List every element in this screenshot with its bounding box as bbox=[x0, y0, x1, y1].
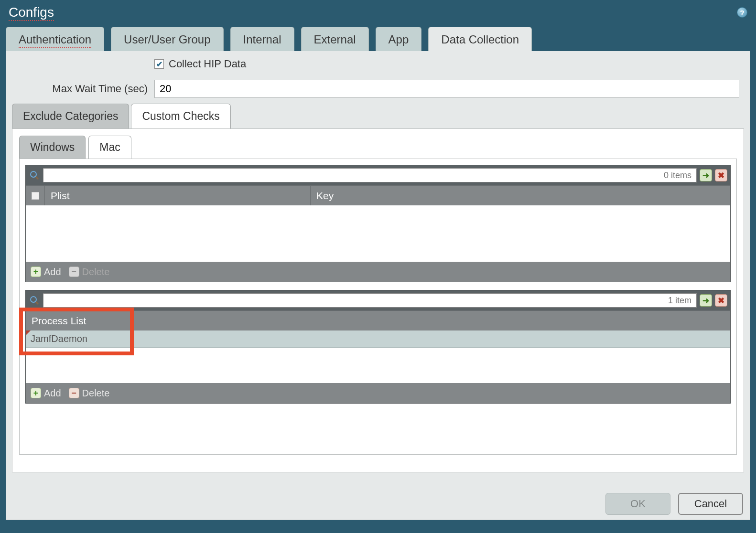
export-icon[interactable]: ➜ bbox=[700, 294, 712, 307]
grid2-add-button[interactable]: + Add bbox=[31, 388, 61, 399]
search-icon[interactable] bbox=[29, 295, 40, 306]
minus-icon: − bbox=[69, 266, 79, 277]
grid2-body: JamfDaemon bbox=[26, 330, 730, 383]
svg-line-3 bbox=[36, 302, 38, 304]
svg-point-0 bbox=[31, 171, 36, 177]
grid1-delete-button: − Delete bbox=[69, 266, 110, 277]
process-name: JamfDaemon bbox=[31, 333, 87, 344]
max-wait-label: Max Wait Time (sec) bbox=[12, 83, 154, 95]
max-wait-input[interactable] bbox=[154, 80, 739, 98]
grid1-toolbar: ➜ ✖ bbox=[26, 165, 730, 185]
dialog-buttons: OK Cancel bbox=[605, 493, 743, 515]
help-icon[interactable]: ? bbox=[737, 7, 747, 18]
grid1-search-input[interactable] bbox=[43, 168, 697, 182]
clear-icon[interactable]: ✖ bbox=[715, 294, 727, 307]
grid1-body bbox=[26, 205, 730, 262]
plus-icon: + bbox=[31, 388, 41, 398]
ok-button[interactable]: OK bbox=[605, 493, 670, 515]
edit-indicator-icon bbox=[26, 330, 31, 335]
page-title: Configs bbox=[9, 5, 54, 20]
grid1-add-button[interactable]: + Add bbox=[31, 266, 61, 277]
plus-icon: + bbox=[31, 266, 41, 277]
titlebar: Configs ? bbox=[0, 0, 756, 27]
checkbox-icon: ✔ bbox=[154, 59, 164, 69]
data-collection-panel: ✔ Collect HIP Data Max Wait Time (sec) E… bbox=[6, 51, 750, 520]
clear-icon[interactable]: ✖ bbox=[715, 169, 727, 181]
cancel-button[interactable]: Cancel bbox=[678, 493, 743, 515]
table-row[interactable]: JamfDaemon bbox=[26, 330, 730, 348]
grid2-header: Process List bbox=[26, 310, 730, 330]
grid2-search-input[interactable] bbox=[43, 293, 697, 308]
grid2-toolbar: ➜ ✖ bbox=[26, 290, 730, 310]
grid2-footer: + Add − Delete bbox=[26, 383, 730, 403]
grid1-col-key[interactable]: Key bbox=[311, 186, 730, 205]
ostabs: Windows Mac bbox=[19, 136, 737, 159]
grid2-delete-button[interactable]: − Delete bbox=[69, 388, 110, 399]
svg-point-2 bbox=[31, 297, 36, 302]
minus-icon: − bbox=[69, 388, 79, 398]
tab-authentication[interactable]: Authentication bbox=[6, 27, 104, 51]
custom-checks-panel: Windows Mac ➜ ✖ Plist Key bbox=[12, 128, 744, 472]
plist-grid: ➜ ✖ Plist Key + Add − Delete bbox=[25, 165, 731, 282]
grid1-footer: + Add − Delete bbox=[26, 262, 730, 282]
collect-hip-label: Collect HIP Data bbox=[169, 58, 246, 70]
tab-internal[interactable]: Internal bbox=[230, 27, 294, 51]
tab-data-collection[interactable]: Data Collection bbox=[428, 27, 532, 51]
grid2-col-process-list[interactable]: Process List bbox=[26, 311, 730, 330]
spell-underline bbox=[9, 20, 54, 21]
title-text: Configs bbox=[9, 5, 54, 20]
subtab-exclude-categories[interactable]: Exclude Categories bbox=[12, 104, 129, 128]
tab-user-group[interactable]: User/User Group bbox=[111, 27, 223, 51]
collect-hip-checkbox[interactable]: ✔ Collect HIP Data bbox=[154, 58, 246, 70]
tab-app[interactable]: App bbox=[376, 27, 422, 51]
subtabs: Exclude Categories Custom Checks bbox=[6, 104, 750, 128]
ostab-windows[interactable]: Windows bbox=[19, 136, 86, 159]
export-icon[interactable]: ➜ bbox=[700, 169, 712, 181]
grid1-header: Plist Key bbox=[26, 185, 730, 205]
grid1-select-all[interactable] bbox=[26, 186, 45, 205]
collect-hip-row: ✔ Collect HIP Data bbox=[6, 51, 750, 73]
ostab-mac[interactable]: Mac bbox=[88, 136, 131, 159]
search-icon[interactable] bbox=[29, 170, 40, 181]
grid1-col-plist[interactable]: Plist bbox=[45, 186, 311, 205]
mac-panel: ➜ ✖ Plist Key + Add − Delete bbox=[19, 159, 737, 455]
svg-line-1 bbox=[36, 177, 38, 179]
subtab-custom-checks[interactable]: Custom Checks bbox=[131, 104, 230, 128]
tab-external[interactable]: External bbox=[301, 27, 369, 51]
max-wait-row: Max Wait Time (sec) bbox=[6, 73, 750, 101]
process-list-grid: ➜ ✖ Process List JamfDaemon + Add bbox=[25, 290, 731, 404]
main-tabs: Authentication User/User Group Internal … bbox=[0, 27, 756, 51]
